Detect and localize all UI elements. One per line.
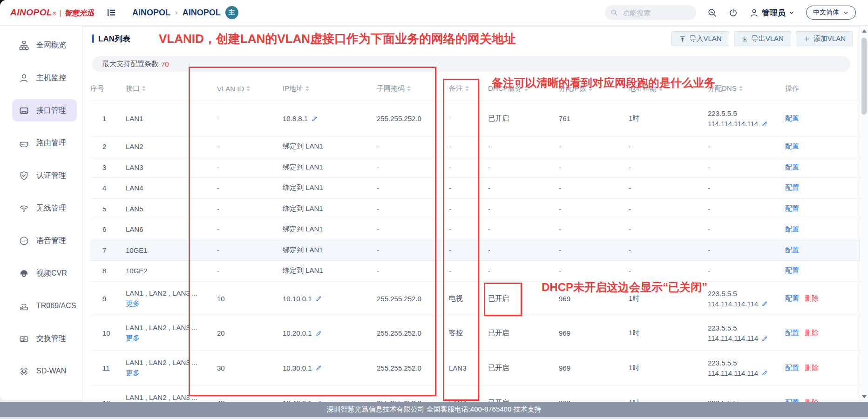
svg-text:SIP: SIP xyxy=(21,239,27,242)
edit-dns-icon[interactable] xyxy=(761,335,768,342)
dns-secondary: 114.114.114.114 xyxy=(708,334,758,342)
cell-vlan-id: - xyxy=(217,246,283,254)
column-header[interactable]: 地址租期 xyxy=(629,84,708,93)
cell-seq: 1 xyxy=(90,115,126,122)
cell-ip-address: 绑定到 LAN1 xyxy=(283,266,377,275)
sort-icon[interactable] xyxy=(465,86,469,91)
cell-dhcp-status: - xyxy=(488,267,559,275)
configure-link[interactable]: 配置 xyxy=(785,266,799,274)
column-header[interactable]: 子网掩码 xyxy=(377,84,449,93)
user-menu[interactable]: 管理员 xyxy=(749,7,795,18)
cell-seq: 8 xyxy=(90,267,126,275)
sidebar-item-wireless-mgmt[interactable]: 无线管理 xyxy=(0,192,82,224)
column-header[interactable]: 分配DNS xyxy=(708,84,785,93)
sort-icon[interactable] xyxy=(659,86,663,91)
sidebar-item-tr069-acs[interactable]: TR069/ACS xyxy=(0,290,82,322)
cell-lease: - xyxy=(629,184,708,192)
sidebar-item-sd-wan[interactable]: SD-WAN xyxy=(0,355,82,387)
delete-link[interactable]: 删除 xyxy=(805,364,819,372)
add-vlan-button[interactable]: 添加VLAN xyxy=(796,31,853,46)
edit-ip-icon[interactable] xyxy=(311,115,318,122)
scroll-up-arrow-icon[interactable] xyxy=(860,27,868,35)
configure-link[interactable]: 配置 xyxy=(785,246,799,254)
sidebar-item-host-monitor[interactable]: 主机监控 xyxy=(0,61,82,94)
language-label: 中文简体 xyxy=(813,8,839,17)
sidebar-item-interface-mgmt[interactable]: 接口管理 xyxy=(0,94,82,127)
sort-icon[interactable] xyxy=(524,86,528,91)
interface-names: LAN1 , LAN2 , LAN3 ... xyxy=(126,358,217,366)
breadcrumb-current[interactable]: AINOPOL xyxy=(183,8,221,18)
sidebar-item-auth-mgmt[interactable]: 认证管理 xyxy=(0,159,82,192)
column-header-label: IP地址 xyxy=(283,84,303,93)
delete-link[interactable]: 删除 xyxy=(805,329,819,337)
sidebar-item-route-mgmt[interactable]: 路由管理 xyxy=(0,127,82,159)
export-vlan-button[interactable]: 导出VLAN xyxy=(734,31,791,46)
sidebar-item-switch-mgmt[interactable]: 交换管理 xyxy=(0,322,82,355)
column-header[interactable]: IP地址 xyxy=(283,84,377,93)
language-selector[interactable]: 中文简体 xyxy=(806,6,856,20)
sidebar-item-network-overview[interactable]: 全网概览 xyxy=(0,29,82,61)
breadcrumb-separator: › xyxy=(175,8,178,17)
column-header[interactable]: 备注 xyxy=(449,84,488,93)
more-link[interactable]: 更多 xyxy=(126,369,140,377)
sidebar-item-video-cvr[interactable]: 视频CVR xyxy=(0,257,82,290)
configure-link[interactable]: 配置 xyxy=(785,142,799,150)
search-input[interactable] xyxy=(622,8,682,17)
cell-remark: 电视 xyxy=(449,294,488,303)
table-row: 5LAN5-绑定到 LAN1------配置 xyxy=(90,198,860,219)
page-header: LAN列表 导入VLAN导出VLAN添加VLAN xyxy=(83,27,860,50)
ip-value: 绑定到 LAN1 xyxy=(283,266,323,275)
delete-link[interactable]: 删除 xyxy=(805,294,819,302)
column-header[interactable]: 接口 xyxy=(126,84,217,93)
sidebar-item-label: 视频CVR xyxy=(36,269,67,278)
column-header-label: DHCP服务 xyxy=(488,84,522,93)
sort-icon[interactable] xyxy=(407,86,411,91)
sort-icon[interactable] xyxy=(142,86,146,91)
sidebar-item-voice-mgmt[interactable]: SIP语音管理 xyxy=(0,224,82,257)
configure-link[interactable]: 配置 xyxy=(785,204,799,212)
dns-secondary: 114.114.114.114 xyxy=(708,300,758,308)
configure-link[interactable]: 配置 xyxy=(785,329,799,337)
power-icon[interactable] xyxy=(728,8,738,18)
collapse-menu-icon[interactable] xyxy=(106,7,116,18)
cell-dhcp-status: 已开启 xyxy=(488,329,559,338)
column-header[interactable]: DHCP服务 xyxy=(488,84,559,93)
configure-link[interactable]: 配置 xyxy=(785,225,799,233)
edit-ip-icon[interactable] xyxy=(315,330,322,337)
column-header[interactable]: VLAN ID xyxy=(217,85,283,93)
edit-dns-icon[interactable] xyxy=(761,370,768,376)
configure-link[interactable]: 配置 xyxy=(785,294,799,302)
configure-link[interactable]: 配置 xyxy=(785,163,799,171)
breadcrumb: AINOPOL › AINOPOL 主 xyxy=(132,6,238,19)
switch-mgmt-icon xyxy=(19,333,29,344)
sort-icon[interactable] xyxy=(739,86,743,91)
cell-interface: LAN1 , LAN2 , LAN3 ...更多 xyxy=(126,289,217,308)
configure-link[interactable]: 配置 xyxy=(785,364,799,372)
more-link[interactable]: 更多 xyxy=(126,299,140,307)
breadcrumb-root[interactable]: AINOPOL xyxy=(132,8,170,18)
cell-vlan-id: - xyxy=(217,267,283,275)
column-header-label: 子网掩码 xyxy=(377,84,405,93)
configure-link[interactable]: 配置 xyxy=(785,183,799,191)
sort-icon[interactable] xyxy=(589,86,592,91)
sort-icon[interactable] xyxy=(246,86,250,91)
scroll-down-arrow-icon[interactable] xyxy=(860,392,868,401)
edit-dns-icon[interactable] xyxy=(761,300,768,307)
ip-value: 绑定到 LAN1 xyxy=(283,225,323,234)
cell-seq: 3 xyxy=(90,163,126,171)
table-row: 10LAN1 , LAN2 , LAN3 ...更多2010.20.0.1255… xyxy=(90,316,860,351)
edit-ip-icon[interactable] xyxy=(315,365,322,371)
edit-dns-icon[interactable] xyxy=(761,121,768,127)
cell-ip-count: - xyxy=(559,205,629,213)
sort-icon[interactable] xyxy=(305,86,309,91)
import-vlan-button[interactable]: 导入VLAN xyxy=(671,31,729,46)
cell-actions: 配置 xyxy=(785,204,860,213)
cell-ip-address: 绑定到 LAN1 xyxy=(283,163,377,172)
configure-link[interactable]: 配置 xyxy=(785,114,799,122)
column-header[interactable]: 分配IP数 xyxy=(559,84,629,93)
cell-actions: 配置删除 xyxy=(785,294,860,303)
edit-ip-icon[interactable] xyxy=(315,295,322,302)
zoom-search-icon[interactable] xyxy=(707,8,717,18)
scrollbar-thumb[interactable] xyxy=(861,38,867,115)
more-link[interactable]: 更多 xyxy=(126,334,140,342)
